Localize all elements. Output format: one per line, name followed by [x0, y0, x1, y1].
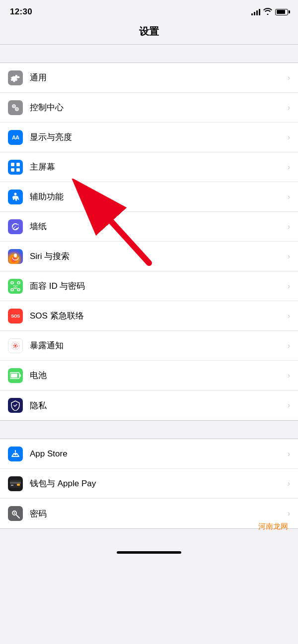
sos-icon: SOS: [8, 309, 23, 323]
general-settings-group: 通用 › 控制中心 › AA 显示与亮度 ›: [0, 63, 298, 421]
battery-icon: [275, 9, 288, 15]
control-center-icon: [8, 100, 23, 115]
svg-rect-5: [16, 163, 20, 166]
faceid-chevron: ›: [288, 282, 290, 291]
display-label: 显示与亮度: [30, 131, 284, 143]
wallet-icon: [8, 476, 23, 491]
svg-rect-12: [11, 289, 13, 291]
accessibility-icon: [8, 190, 23, 204]
accessibility-label: 辅助功能: [30, 191, 284, 202]
privacy-icon: [8, 398, 23, 413]
homescreen-icon: [8, 160, 23, 175]
settings-row-passwords[interactable]: 密码 ›: [0, 499, 298, 528]
control-center-chevron: ›: [288, 103, 290, 112]
status-bar: 12:30: [0, 0, 298, 21]
siri-chevron: ›: [288, 252, 290, 261]
battery-chevron: ›: [288, 371, 290, 380]
settings-row-homescreen[interactable]: 主屏幕 ›: [0, 152, 298, 182]
wallet-label: 钱包与 Apple Pay: [30, 478, 284, 489]
settings-row-faceid[interactable]: 面容 ID 与密码 ›: [0, 271, 298, 301]
sos-chevron: ›: [288, 312, 290, 321]
svg-rect-6: [11, 168, 14, 172]
faceid-icon: [8, 279, 23, 294]
privacy-label: 隐私: [30, 400, 284, 411]
svg-point-15: [16, 285, 17, 286]
svg-rect-13: [17, 289, 20, 291]
svg-rect-21: [11, 374, 17, 378]
settings-row-siri[interactable]: Siri 与搜索 ›: [0, 242, 298, 271]
wallet-chevron: ›: [288, 479, 290, 488]
settings-row-general[interactable]: 通用 ›: [0, 63, 298, 93]
display-chevron: ›: [288, 133, 290, 142]
svg-rect-11: [17, 282, 20, 284]
settings-row-control-center[interactable]: 控制中心 ›: [0, 93, 298, 123]
control-center-label: 控制中心: [30, 102, 284, 113]
display-icon: AA: [8, 130, 23, 145]
exposure-label: 暴露通知: [30, 340, 284, 351]
svg-point-2: [13, 105, 15, 107]
settings-row-wallpaper[interactable]: 墙纸 ›: [0, 212, 298, 242]
siri-icon: [8, 249, 23, 264]
settings-row-privacy[interactable]: 隐私 ›: [0, 390, 298, 420]
sos-label: SOS 紧急联络: [30, 310, 284, 322]
status-icons: [251, 8, 288, 16]
settings-row-display[interactable]: AA 显示与亮度 ›: [0, 123, 298, 152]
apps-settings-group: App Store › 钱包与 Apple Pay ›: [0, 439, 298, 529]
settings-row-appstore[interactable]: App Store ›: [0, 439, 298, 469]
siri-label: Siri 与搜索: [30, 251, 284, 262]
exposure-icon: [8, 338, 23, 353]
section-gap-2: [0, 421, 298, 439]
settings-row-wallet[interactable]: 钱包与 Apple Pay ›: [0, 469, 298, 499]
svg-rect-7: [16, 168, 20, 172]
svg-rect-4: [11, 163, 14, 166]
battery-row-icon: [8, 368, 23, 383]
wifi-icon: [263, 8, 272, 16]
general-icon: [8, 70, 23, 85]
svg-rect-22: [20, 374, 21, 377]
svg-point-9: [14, 254, 17, 258]
appstore-icon: [8, 447, 23, 461]
page-title: 设置: [0, 21, 298, 45]
svg-point-3: [16, 108, 18, 110]
svg-point-29: [14, 513, 15, 514]
passwords-label: 密码: [30, 508, 284, 519]
settings-row-sos[interactable]: SOS SOS 紧急联络 ›: [0, 301, 298, 331]
section-gap-top: [0, 45, 298, 63]
settings-row-accessibility[interactable]: 辅助功能 ›: [0, 182, 298, 212]
svg-rect-26: [17, 484, 20, 486]
svg-rect-27: [11, 485, 13, 486]
wallpaper-chevron: ›: [288, 222, 290, 231]
settings-row-exposure[interactable]: 暴露通知 ›: [0, 331, 298, 361]
svg-point-23: [14, 452, 17, 455]
passwords-icon: [8, 506, 23, 521]
battery-label: 电池: [30, 370, 284, 381]
homescreen-chevron: ›: [288, 163, 290, 172]
general-label: 通用: [30, 72, 284, 83]
svg-rect-10: [11, 282, 13, 284]
wallpaper-icon: [8, 219, 23, 234]
svg-rect-25: [10, 482, 21, 484]
wallpaper-label: 墙纸: [30, 221, 284, 232]
home-indicator: [117, 551, 181, 554]
status-time: 12:30: [10, 7, 32, 17]
svg-point-8: [14, 193, 17, 195]
faceid-label: 面容 ID 与密码: [30, 280, 284, 292]
settings-row-battery[interactable]: 电池 ›: [0, 361, 298, 390]
privacy-chevron: ›: [288, 401, 290, 410]
exposure-chevron: ›: [288, 341, 290, 350]
page-wrapper: 12:30 设置: [0, 0, 298, 559]
appstore-label: App Store: [30, 449, 284, 459]
passwords-chevron: ›: [288, 509, 290, 518]
svg-point-18: [14, 345, 16, 347]
signal-icon: [251, 8, 260, 15]
accessibility-chevron: ›: [288, 193, 290, 201]
home-indicator-area: [0, 529, 298, 559]
general-chevron: ›: [288, 73, 290, 82]
homescreen-label: 主屏幕: [30, 161, 284, 173]
svg-point-14: [13, 285, 14, 286]
appstore-chevron: ›: [288, 450, 290, 458]
